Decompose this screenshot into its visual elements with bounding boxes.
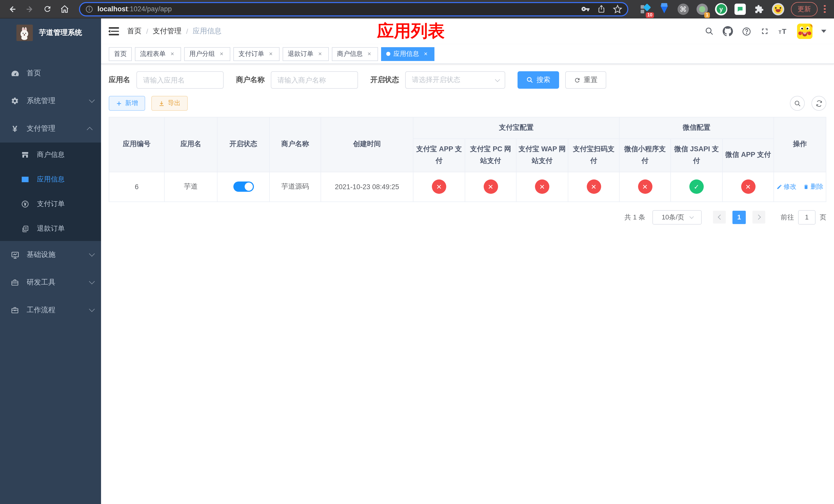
edit-link[interactable]: 修改 — [776, 183, 796, 191]
share-icon[interactable] — [597, 5, 606, 13]
tab-pay-orders[interactable]: 支付订单 × — [233, 47, 280, 61]
profile-avatar-icon[interactable] — [771, 2, 785, 16]
extension-gem-icon[interactable] — [658, 2, 671, 16]
sidebar-item-label: 系统管理 — [27, 96, 56, 106]
extension-yudao-icon[interactable]: y — [715, 2, 728, 16]
sidebar-item-infrastructure[interactable]: 基础设施 — [0, 241, 101, 269]
sidebar-item-refund-orders[interactable]: 退款订单 — [0, 216, 101, 241]
merchant-name-input[interactable] — [271, 71, 358, 89]
chevron-down-icon — [689, 214, 694, 219]
user-avatar-pikachu[interactable] — [797, 24, 812, 39]
browser-back-icon[interactable] — [5, 2, 20, 16]
prev-page-button[interactable] — [713, 211, 726, 224]
sidebar-item-pay-orders[interactable]: 支付订单 — [0, 192, 101, 216]
sidebar-item-dev-tools[interactable]: 研发工具 — [0, 269, 101, 296]
close-tab-icon[interactable]: × — [366, 50, 373, 58]
address-bar[interactable]: localhost:1024/pay/app — [79, 2, 628, 16]
fullscreen-icon[interactable] — [760, 27, 769, 36]
column-header-alipay-wap: 支付宝 WAP 网站支付 — [516, 139, 568, 172]
browser-home-icon[interactable] — [58, 2, 72, 16]
bookmark-star-icon[interactable] — [613, 4, 622, 14]
cell-merchant: 芋道源码 — [269, 172, 321, 202]
column-header-wechat-jsapi: 微信 JSAPI 支付 — [671, 139, 722, 172]
goto-label: 前往 — [781, 213, 794, 222]
active-tab-dot — [386, 52, 390, 56]
close-tab-icon[interactable]: × — [267, 50, 275, 58]
font-size-icon[interactable]: TT — [778, 27, 788, 36]
tab-process-form[interactable]: 流程表单 × — [135, 47, 181, 61]
cell-created: 2021-10-23 08:49:25 — [321, 172, 413, 202]
browser-reload-icon[interactable] — [40, 2, 54, 16]
sidebar-item-label: 退款订单 — [37, 224, 65, 233]
page-size-select[interactable]: 10条/页 — [653, 210, 702, 225]
add-button[interactable]: 新增 — [109, 96, 145, 111]
extensions-puzzle-icon[interactable] — [752, 2, 766, 16]
export-button[interactable]: 导出 — [151, 96, 188, 111]
chrome-update-button[interactable]: 更新 — [791, 2, 818, 16]
tab-app-info[interactable]: 应用信息 × — [381, 47, 435, 61]
close-tab-icon[interactable]: × — [218, 50, 225, 58]
extensions-strip: 10 ⌘ 1 y — [636, 2, 788, 16]
status-select[interactable]: 请选择开启状态 — [405, 71, 505, 89]
app-name-input[interactable] — [136, 71, 224, 89]
browser-menu-icon[interactable] — [821, 4, 829, 14]
merchant-name-label: 商户名称 — [236, 75, 265, 85]
current-page-button[interactable]: 1 — [732, 211, 746, 224]
password-key-icon[interactable] — [581, 5, 590, 13]
sidebar-item-label: 应用信息 — [37, 175, 65, 184]
tab-user-group[interactable]: 用户分组 × — [184, 47, 230, 61]
column-header-alipay-qr: 支付宝扫码支付 — [568, 139, 619, 172]
toggle-search-button[interactable] — [790, 96, 805, 111]
header-search-icon[interactable] — [705, 27, 714, 36]
sidebar-item-payment[interactable]: ¥ 支付管理 — [0, 115, 101, 142]
chevron-down-icon — [89, 97, 95, 103]
sidebar-item-merchant-info[interactable]: 商户信息 — [0, 142, 101, 167]
extension-badge: 1 — [704, 12, 710, 18]
documents-icon — [21, 225, 30, 232]
sidebar-item-label: 研发工具 — [27, 278, 56, 287]
breadcrumb-home[interactable]: 首页 — [127, 27, 141, 36]
extension-grid-diamond-icon[interactable]: 10 — [639, 2, 652, 16]
column-header-status: 开启状态 — [217, 117, 269, 172]
close-tab-icon[interactable]: × — [316, 50, 324, 58]
avatar-dropdown-caret-icon[interactable] — [821, 30, 826, 33]
url-host: localhost — [97, 5, 128, 13]
column-header-app-name: 应用名 — [164, 117, 217, 172]
sidebar-item-label: 基础设施 — [27, 250, 56, 259]
monitor-chart-icon — [10, 250, 20, 259]
extension-camera-icon[interactable]: 1 — [696, 2, 709, 16]
top-navbar: 首页 / 支付管理 / 应用信息 应用列表 — [101, 19, 834, 44]
sidebar-item-app-info[interactable]: 应用信息 — [0, 167, 101, 192]
tab-home[interactable]: 首页 — [109, 47, 132, 61]
sidebar-item-home[interactable]: 首页 — [0, 60, 101, 87]
close-tab-icon[interactable]: × — [169, 50, 176, 58]
payment-submenu: 商户信息 应用信息 支付订单 — [0, 142, 101, 241]
breadcrumb-payment[interactable]: 支付管理 — [153, 27, 181, 36]
page-content: 应用名 商户名称 开启状态 请选择开启状态 搜索 重置 — [101, 64, 834, 504]
sidebar-collapse-icon[interactable] — [109, 27, 119, 36]
sidebar-item-system[interactable]: 系统管理 — [0, 87, 101, 115]
reset-button[interactable]: 重置 — [565, 71, 606, 89]
extension-chat-icon[interactable] — [733, 2, 747, 16]
url-path: :1024/pay/app — [128, 5, 172, 13]
tab-merchant-info[interactable]: 商户信息 × — [332, 47, 378, 61]
app-logo-row[interactable]: 芋道管理系统 — [0, 19, 101, 47]
status-toggle[interactable] — [233, 182, 254, 192]
alipay-pc-status-icon: ✕ — [483, 180, 498, 194]
next-page-button[interactable] — [752, 211, 765, 224]
tab-refund-orders[interactable]: 退款订单 × — [283, 47, 329, 61]
github-icon[interactable] — [723, 26, 733, 37]
delete-link[interactable]: 删除 — [803, 183, 823, 191]
sidebar-item-workflow[interactable]: 工作流程 — [0, 296, 101, 324]
status-label: 开启状态 — [370, 75, 399, 85]
site-info-icon[interactable] — [85, 5, 93, 13]
sidebar-menu: 首页 系统管理 ¥ 支付管理 — [0, 60, 101, 324]
search-button[interactable]: 搜索 — [518, 71, 559, 89]
browser-forward-icon[interactable] — [23, 2, 37, 16]
help-icon[interactable] — [742, 26, 751, 36]
wechat-app-status-icon: ✕ — [741, 180, 755, 194]
refresh-table-button[interactable] — [811, 96, 826, 111]
goto-page-input[interactable] — [798, 210, 815, 225]
extension-command-icon[interactable]: ⌘ — [677, 2, 690, 16]
close-tab-icon[interactable]: × — [422, 50, 429, 58]
